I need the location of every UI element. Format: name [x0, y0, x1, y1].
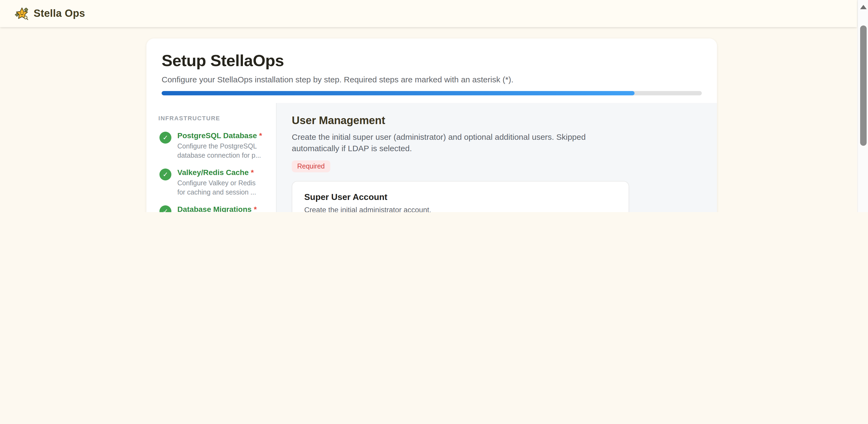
setup-progress-bar [162, 91, 702, 95]
sidebar-item-postgresql-database[interactable]: ✓ PostgreSQL Database* Configure the Pos… [154, 127, 271, 164]
step-description: Configure the PostgreSQL database connec… [177, 142, 265, 160]
page-subtitle: Configure your StellaOps installation st… [162, 75, 702, 84]
step-text: Valkey/Redis Cache* Configure Valkey or … [177, 167, 265, 197]
step-title: Database Migrations* [177, 204, 265, 212]
step-description-text: Create the initial super user (administr… [292, 132, 591, 154]
section-infrastructure: INFRASTRUCTURE [158, 115, 271, 121]
page-title: Setup StellaOps [162, 52, 702, 70]
super-user-subheading: Create the initial administrator account… [304, 206, 617, 212]
browser-scrollbar[interactable] [857, 0, 868, 212]
required-asterisk: * [254, 205, 257, 212]
required-asterisk: * [251, 168, 254, 177]
app-title: Stella Ops [34, 8, 85, 20]
setup-wizard-card: Setup StellaOps Configure your StellaOps… [147, 38, 717, 212]
step-text: Database Migrations* Apply database sche… [177, 204, 265, 212]
scrollbar-thumb[interactable] [860, 26, 866, 146]
page-background: Setup StellaOps Configure your StellaOps… [0, 27, 857, 212]
step-title: Valkey/Redis Cache* [177, 167, 265, 177]
step-text: PostgreSQL Database* Configure the Postg… [177, 131, 265, 160]
step-description: Configure Valkey or Redis for caching an… [177, 179, 265, 197]
setup-progress-fill [162, 91, 634, 95]
check-icon: ✓ [159, 132, 172, 143]
check-icon: ✓ [159, 168, 172, 181]
step-content-pane: User Management Create the initial super… [277, 103, 717, 212]
super-user-account-card: Super User Account Create the initial ad… [292, 181, 629, 212]
wizard-body: INFRASTRUCTURE ✓ PostgreSQL Database* Co… [147, 103, 717, 212]
step-heading: User Management [292, 114, 629, 127]
stella-star-icon [14, 6, 29, 21]
step-title: PostgreSQL Database* [177, 131, 265, 140]
sidebar-item-valkey-redis-cache[interactable]: ✓ Valkey/Redis Cache* Configure Valkey o… [154, 164, 271, 200]
scrollbar-up-arrow-icon[interactable] [860, 5, 866, 9]
required-badge: Required [292, 161, 330, 172]
super-user-heading: Super User Account [304, 193, 617, 202]
check-icon: ✓ [159, 206, 172, 212]
required-asterisk: * [259, 131, 262, 140]
app-viewport: Stella Ops Setup StellaOps Configure you… [0, 0, 868, 212]
wizard-header: Setup StellaOps Configure your StellaOps… [147, 38, 717, 103]
sidebar-item-database-migrations[interactable]: ✓ Database Migrations* Apply database sc… [154, 201, 271, 212]
app-logo: Stella Ops [14, 6, 85, 21]
steps-sidebar: INFRASTRUCTURE ✓ PostgreSQL Database* Co… [147, 103, 277, 212]
app-header: Stella Ops [0, 0, 857, 27]
